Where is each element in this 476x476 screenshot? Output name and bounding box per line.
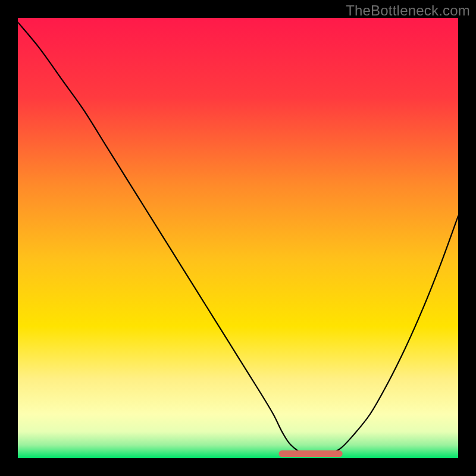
chart-svg [18,18,458,458]
gradient-background [18,18,458,458]
chart-frame: TheBottleneck.com [0,0,476,476]
watermark-text: TheBottleneck.com [346,2,470,19]
bottleneck-chart [18,18,458,458]
